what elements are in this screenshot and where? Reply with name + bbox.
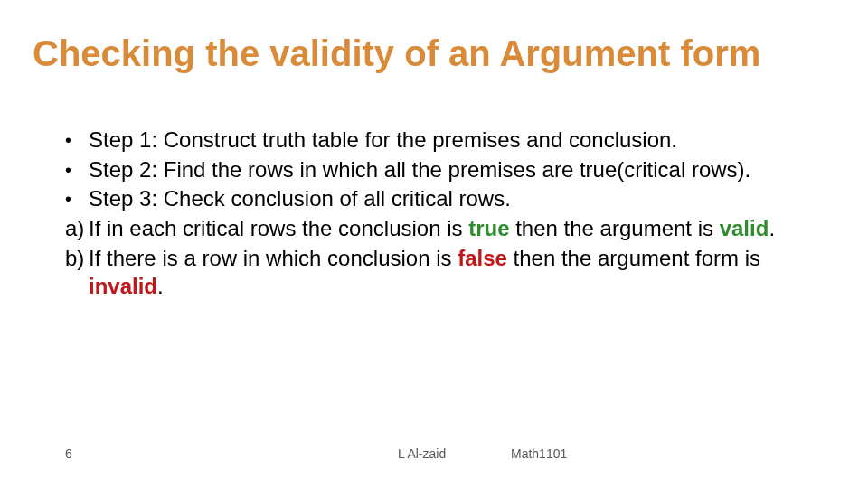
bullet-text: Step 2: Find the rows in which all the p… bbox=[89, 156, 814, 184]
text-fragment: then the argument form is bbox=[507, 246, 760, 270]
page-number: 6 bbox=[65, 446, 72, 461]
slide: Checking the validity of an Argument for… bbox=[0, 0, 868, 488]
text-fragment: . bbox=[157, 274, 164, 298]
bullet-text: Step 3: Check conclusion of all critical… bbox=[89, 185, 814, 213]
keyword-valid: valid bbox=[720, 216, 769, 240]
bullet-text: Step 1: Construct truth table for the pr… bbox=[89, 127, 814, 155]
slide-body: • Step 1: Construct truth table for the … bbox=[65, 127, 814, 302]
text-fragment: If there is a row in which conclusion is bbox=[89, 246, 458, 270]
bullet-icon: • bbox=[65, 156, 89, 183]
list-letter-b: b) bbox=[65, 245, 89, 272]
keyword-invalid: invalid bbox=[89, 274, 157, 298]
list-letter-a: a) bbox=[65, 215, 89, 242]
keyword-false: false bbox=[458, 246, 507, 270]
text-fragment: then the argument is bbox=[510, 216, 720, 240]
bullet-step-1: • Step 1: Construct truth table for the … bbox=[65, 127, 814, 155]
bullet-option-b: b) If there is a row in which conclusion… bbox=[65, 245, 814, 300]
text-fragment: If in each critical rows the conclusion … bbox=[89, 216, 468, 240]
keyword-true: true bbox=[468, 216, 509, 240]
footer-author: L Al-zaid bbox=[398, 446, 446, 461]
bullet-text: If there is a row in which conclusion is… bbox=[89, 245, 814, 300]
bullet-icon: • bbox=[65, 185, 89, 212]
text-fragment: . bbox=[769, 216, 775, 240]
bullet-option-a: a) If in each critical rows the conclusi… bbox=[65, 215, 814, 243]
slide-title: Checking the validity of an Argument for… bbox=[33, 34, 760, 72]
bullet-icon: • bbox=[65, 127, 89, 154]
bullet-step-3: • Step 3: Check conclusion of all critic… bbox=[65, 185, 814, 213]
bullet-text: If in each critical rows the conclusion … bbox=[89, 215, 814, 243]
bullet-step-2: • Step 2: Find the rows in which all the… bbox=[65, 156, 814, 184]
footer-course: Math1101 bbox=[511, 446, 567, 461]
